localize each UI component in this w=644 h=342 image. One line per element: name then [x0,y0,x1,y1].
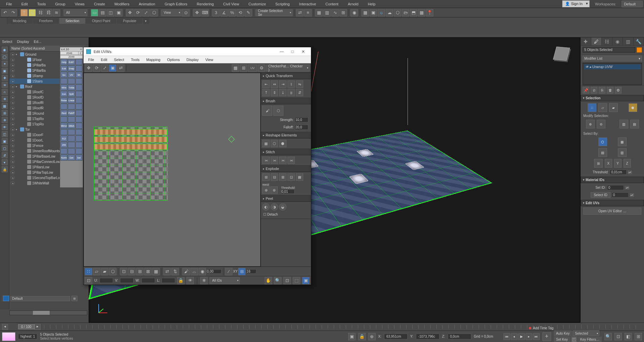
spinner-snap-button[interactable]: ⟲ [236,9,244,16]
palette-cell[interactable]: UV [68,72,75,78]
brush-strength-spinner[interactable] [295,117,308,122]
ribbon-tab-selection[interactable]: Selection [59,18,85,24]
layer-dropdown[interactable]: Default [10,296,70,301]
uv-roll-brush[interactable]: Brush [261,98,311,104]
se-scrollbar[interactable] [9,310,87,315]
motion-tab-icon[interactable]: ◉ [612,38,623,45]
configure-icon[interactable]: ⚙ [615,87,622,94]
palette-cell[interactable]: 512 [60,135,67,141]
palette-cell[interactable]: Edit [60,65,67,71]
visibility-icon[interactable]: ● [11,90,15,94]
weld-all[interactable]: ⊗ [270,186,278,194]
menu-tools[interactable]: Tools [33,1,51,7]
uv-grid-button[interactable]: ⊞ [240,64,247,72]
time-slider-handle[interactable]: 0 / 100 [18,324,35,329]
uvb-relax[interactable]: ⌓ [191,268,198,275]
uvb2-pan-icon[interactable]: ✋ [265,277,272,284]
palette-cell[interactable]: Edit? [68,59,75,65]
uv-menu-edit[interactable]: Edit [98,57,111,62]
palette-cell[interactable] [60,148,67,154]
palette-cell[interactable] [68,135,75,141]
menu-content[interactable]: Content [321,1,343,7]
remove-mod-icon[interactable]: 🗑 [607,87,613,94]
stitch-3[interactable]: ⫘ [279,157,286,164]
uvb2-frame-icon[interactable]: ▣ [302,277,310,284]
se-menu-display[interactable]: Display [17,40,29,44]
nav-zoomall-icon[interactable]: ⊡ [614,333,622,340]
uv-scale-button[interactable]: ⤢ [101,64,108,72]
toggle-ribbon-button[interactable]: ▥ [323,9,331,16]
percent-snap-button[interactable]: % [228,9,236,16]
peel-2[interactable]: ◑ [271,203,278,211]
select-sg-button[interactable]: ▥ [618,148,627,157]
ribbon-tab-freeform[interactable]: Freeform [33,18,59,24]
workspaces-dropdown[interactable]: Default [622,1,643,7]
menu-interactive[interactable]: Interactive [294,1,321,7]
exp-1[interactable]: ⊞ [262,173,270,181]
qt-space-v[interactable]: ⫼ [287,89,295,96]
spinner-arrows[interactable]: ▴▾ [628,171,632,174]
uv-options-icon[interactable]: ⚙ [258,64,265,72]
select-object-button[interactable]: ▭ [91,9,98,16]
modifier-stack-item[interactable]: 👁 ▸ Unwrap UVW [584,64,641,69]
filter-group-icon[interactable]: ▦ [2,103,8,109]
se-menu-edit[interactable]: Ed... [34,40,42,44]
menu-modifiers[interactable]: Modifiers [110,1,134,7]
render-cloud-button[interactable]: ☁ [386,9,393,16]
palette-cell[interactable] [68,148,75,154]
emoji-icon[interactable]: ☺ [29,9,36,16]
uvb-edge[interactable]: ▱ [93,268,100,275]
filter-bone-icon[interactable]: ⎌ [2,89,8,95]
lock-icon[interactable]: 🔒 [2,166,8,172]
menu-file[interactable]: File [1,1,17,7]
mirror-button[interactable]: ⇄ [296,9,304,16]
selectid-button[interactable]: Select ID [591,192,610,198]
menu-create[interactable]: Create [89,1,110,7]
palette-cell[interactable] [75,104,83,110]
uvb-mirror-h[interactable]: ⇄ [163,268,171,275]
scale-button[interactable]: ⤢ [142,9,150,16]
use-center-button[interactable]: ⊙ [182,9,190,16]
palette-cell[interactable] [75,110,83,116]
select-element-button[interactable]: ⬢ [629,103,637,112]
named-selection-dropdown[interactable]: Create Selection Se [256,9,292,16]
stitch-2[interactable]: ⫘ [271,157,278,164]
keyfilters-button[interactable]: Key Filters… [578,337,602,342]
ribbon-overflow-button[interactable]: ▾ [143,18,150,24]
abs-transform-icon[interactable]: ⊕ [368,333,376,340]
uvb2-zoomsel-icon[interactable]: ⬚ [293,277,300,284]
uv-menu-mapping[interactable]: Mapping [143,57,164,62]
menu-animation[interactable]: Animation [134,1,160,7]
palette-cell[interactable] [75,142,83,148]
uv-menu-options[interactable]: Options [164,57,183,62]
palette-cell[interactable]: 255 [60,142,67,148]
visibility-icon[interactable]: ● [11,149,15,153]
textool-icon[interactable]: T [20,9,28,16]
uv-allids-dropdown[interactable]: All IDs [210,277,240,284]
link-button[interactable]: ⛓ [37,9,44,16]
palette-cell[interactable] [75,84,83,91]
palette-close-icon[interactable]: × [80,48,82,51]
bind-button[interactable]: ≋ [53,9,60,16]
undo-button[interactable]: ↶ [1,9,9,16]
weld-sel[interactable]: ⊕ [262,186,270,194]
rotate-button[interactable]: ⟳ [134,9,142,16]
utilities-tab-icon[interactable]: 🔧 [634,38,644,45]
uvb-selmod3[interactable]: ⊞ [136,268,144,275]
key-icon[interactable]: ⚿ [571,337,577,342]
palette-cell[interactable] [75,129,83,135]
visibility-icon[interactable]: ● [11,181,15,185]
uvb2-zoom-icon[interactable]: 🔍 [274,277,281,284]
uv-titlebar[interactable]: Edit UVWs — □ ✕ [84,47,311,56]
reshape-relax[interactable]: ⬡ [271,140,278,147]
qt-align-m[interactable]: ⇕ [271,89,278,96]
viewcube[interactable] [550,42,573,65]
render-button[interactable]: ☼ [378,9,385,16]
qt-flip-h[interactable]: ⇋ [296,80,303,88]
palette-cell[interactable]: Mirror [60,123,67,129]
menu-arnold[interactable]: Arnold [343,1,363,7]
unlink-button[interactable]: ⛓̸ [45,9,52,16]
ribbon-tab-modeling[interactable]: Modeling [7,18,33,24]
render-online-button[interactable]: ⬡ [394,9,401,16]
modifier-stack[interactable]: 👁 ▸ Unwrap UVW [583,63,642,85]
